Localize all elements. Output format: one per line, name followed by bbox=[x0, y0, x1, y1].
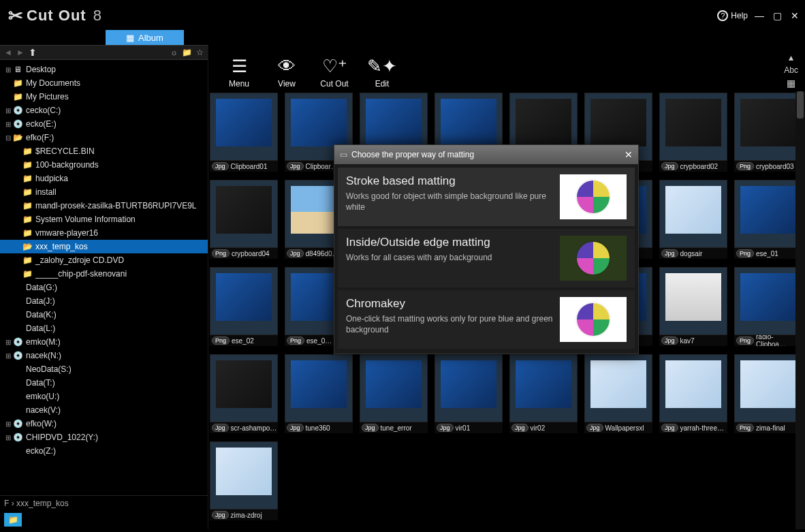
menu-button[interactable]: ☰ Menu bbox=[215, 56, 263, 89]
folder-icon: 📁 bbox=[22, 228, 33, 238]
thumbnail[interactable]: Pngcrypboard04 bbox=[210, 180, 278, 259]
tree-item[interactable]: 📁install bbox=[0, 185, 208, 199]
brightness-icon[interactable]: ☼ bbox=[170, 48, 178, 57]
tree-item[interactable]: 📁My Documents bbox=[0, 76, 208, 90]
thumbnail[interactable]: Jpgtune360 bbox=[285, 354, 353, 433]
new-folder-icon[interactable]: 📁 bbox=[182, 48, 192, 57]
tree-item[interactable]: ⊞🖥Desktop bbox=[0, 63, 208, 76]
album-button[interactable]: Album bbox=[106, 30, 184, 45]
thumbnail-image bbox=[659, 354, 727, 422]
tree-item[interactable]: ⊞💿efko(W:) bbox=[0, 417, 208, 431]
thumbnail[interactable]: Jpgcrypboard02 bbox=[659, 93, 727, 172]
dialog-titlebar[interactable]: ▭ Choose the proper way of matting ✕ bbox=[334, 145, 638, 164]
tree-item[interactable]: ⊞💿cecko(C:) bbox=[0, 104, 208, 117]
tree-item[interactable]: Data(J:) bbox=[0, 294, 208, 308]
file-name: dogsair bbox=[680, 250, 703, 257]
tree-item[interactable]: Data(L:) bbox=[0, 322, 208, 335]
scrollbar[interactable] bbox=[795, 91, 805, 529]
expander-icon[interactable]: ⊞ bbox=[4, 352, 12, 360]
tree-item[interactable]: Data(T:) bbox=[0, 376, 208, 390]
thumbnail-caption: JpgWallpapersxl bbox=[584, 422, 652, 433]
tree-item[interactable]: ⊟📂efko(F:) bbox=[0, 131, 208, 144]
tree-item[interactable]: ⊞💿CHIPDVD_1022(Y:) bbox=[0, 431, 208, 444]
folder-button[interactable]: 📁 bbox=[4, 513, 22, 527]
expander-icon[interactable]: ⊞ bbox=[4, 66, 12, 74]
nav-up-icon[interactable]: ⬆ bbox=[29, 47, 37, 58]
matting-option[interactable]: Inside/Outside edge mattingWorks for all… bbox=[337, 228, 635, 288]
tree-item[interactable]: 📁$RECYCLE.BIN bbox=[0, 144, 208, 158]
sidebar-bottom: 📁 bbox=[0, 510, 208, 529]
nav-forward-icon[interactable]: ► bbox=[16, 48, 25, 57]
expander-icon[interactable]: ⊞ bbox=[4, 434, 12, 441]
expander-icon[interactable]: ⊞ bbox=[4, 121, 12, 128]
tree-item[interactable]: 📁100-backgrounds bbox=[0, 158, 208, 172]
sort-alpha-button[interactable]: Abc bbox=[784, 65, 798, 75]
tree-item[interactable]: ⊞💿nacek(N:) bbox=[0, 349, 208, 362]
thumbnail[interactable]: Pngradio-Clipboa… bbox=[734, 267, 795, 346]
minimize-button[interactable]: — bbox=[753, 10, 765, 21]
tree-item-label: Data(G:) bbox=[26, 283, 57, 292]
view-button[interactable]: 👁 View bbox=[263, 56, 311, 89]
tree-item[interactable]: 📁vmware-player16 bbox=[0, 226, 208, 240]
thumbnail[interactable]: JpgClipboard01 bbox=[210, 93, 278, 172]
tree-item[interactable]: ecko(Z:) bbox=[0, 444, 208, 458]
expander-icon[interactable]: ⊟ bbox=[4, 134, 12, 142]
maximize-button[interactable]: ▢ bbox=[771, 10, 783, 21]
edit-button[interactable]: ✎✦ Edit bbox=[358, 56, 406, 89]
thumbnail[interactable]: Pngese_02 bbox=[210, 267, 278, 346]
tree-item[interactable]: ⊞💿ecko(E:) bbox=[0, 117, 208, 131]
thumbnail[interactable]: Pngcrypboard03 bbox=[734, 93, 795, 172]
thumbnail[interactable]: Jpgdogsair bbox=[659, 180, 727, 259]
tree-item[interactable]: 📂xxx_temp_kos bbox=[0, 240, 208, 253]
thumbnail[interactable]: Jpgyarrah-three… bbox=[659, 354, 727, 433]
nav-back-icon[interactable]: ◄ bbox=[4, 48, 12, 57]
tree-item[interactable]: NeoData(S:) bbox=[0, 362, 208, 376]
thumbnail[interactable]: Jpgkav7 bbox=[659, 267, 727, 346]
folder-icon: 📁 bbox=[22, 269, 33, 279]
folder-tree[interactable]: ⊞🖥Desktop📁My Documents📁My Pictures⊞💿ceck… bbox=[0, 60, 208, 495]
tree-item[interactable]: nacek(V:) bbox=[0, 403, 208, 417]
thumbnail[interactable]: Jpgvir02 bbox=[509, 354, 578, 433]
file-ext-badge: Png bbox=[212, 249, 230, 257]
tree-item-label: _zalohy_zdroje CD.DVD bbox=[35, 255, 124, 265]
thumbnail[interactable]: Pngzima-final bbox=[734, 354, 795, 433]
dialog-close-button[interactable]: ✕ bbox=[625, 149, 633, 160]
tree-item-label: Data(T:) bbox=[26, 378, 55, 388]
thumbnail-caption: Pngradio-Clipboa… bbox=[734, 335, 795, 346]
thumbnail[interactable]: Jpgscr-ashampo… bbox=[210, 354, 278, 433]
thumbnail[interactable]: Jpgtune_error bbox=[360, 354, 428, 433]
tree-item[interactable]: 📁_____chip-pdf-skenovani bbox=[0, 267, 208, 281]
expander-icon[interactable]: ⊞ bbox=[4, 339, 12, 346]
thumbnail[interactable]: JpgWallpapersxl bbox=[584, 354, 652, 433]
scrollbar-thumb[interactable] bbox=[797, 91, 804, 119]
close-button[interactable]: ✕ bbox=[789, 10, 801, 21]
tree-item[interactable]: 📁hudpicka bbox=[0, 172, 208, 185]
tree-item[interactable]: 📁_zalohy_zdroje CD.DVD bbox=[0, 253, 208, 267]
expander-icon[interactable]: ⊞ bbox=[4, 107, 12, 114]
thumbnail[interactable]: Jpgvir01 bbox=[435, 354, 503, 433]
tree-item-label: Data(J:) bbox=[26, 296, 55, 306]
tree-item[interactable]: Data(K:) bbox=[0, 308, 208, 322]
tree-item-label: Data(L:) bbox=[26, 324, 55, 333]
matting-option[interactable]: Stroke based mattingWorks good for objec… bbox=[337, 167, 635, 227]
grid-icon[interactable]: ▦ bbox=[787, 78, 795, 89]
collapse-icon[interactable]: ▴ bbox=[789, 52, 793, 63]
option-title: Chromakey bbox=[346, 297, 553, 311]
tree-item[interactable]: 📁My Pictures bbox=[0, 90, 208, 104]
help-button[interactable]: ? Help bbox=[717, 10, 748, 21]
matting-option[interactable]: ChromakeyOne-click fast matting works on… bbox=[337, 290, 635, 349]
tree-item[interactable]: ⊞💿emko(M:) bbox=[0, 335, 208, 349]
thumbnail[interactable]: Jpgzima-zdroj bbox=[210, 441, 278, 520]
expander-icon[interactable]: ⊞ bbox=[4, 420, 12, 428]
favorite-icon[interactable]: ☆ bbox=[196, 48, 204, 57]
thumbnail[interactable]: Pngese_01 bbox=[734, 180, 795, 259]
folder-icon: 📁 bbox=[22, 255, 33, 265]
cutout-button[interactable]: ♡⁺ Cut Out bbox=[311, 56, 358, 89]
tree-item[interactable]: Data(G:) bbox=[0, 281, 208, 294]
help-icon: ? bbox=[717, 10, 728, 21]
sidebar-toolbar: ◄ ► ⬆ ☼ 📁 ☆ bbox=[0, 45, 208, 60]
thumbnail-image bbox=[584, 354, 652, 422]
tree-item[interactable]: 📁System Volume Information bbox=[0, 213, 208, 226]
tree-item[interactable]: emko(U:) bbox=[0, 390, 208, 403]
tree-item[interactable]: 📁mandl-prosek-zasilka-BTURTB6RUPI7VE9L bbox=[0, 199, 208, 213]
